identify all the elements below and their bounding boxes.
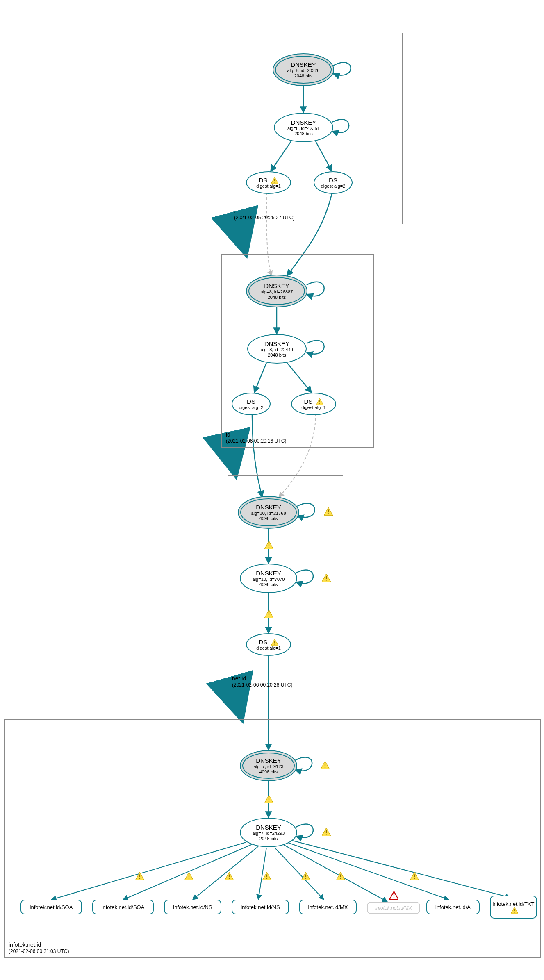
svg-rect-18 [269,798,269,800]
zone-id-label: id (2021-02-06 00:20:16 UTC) [226,431,286,445]
id-ds1-title: DS [304,398,323,405]
rrset-ns2[interactable]: infotek.net.id/NS [232,900,289,914]
root-ksk-line2: 2048 bits [294,73,313,79]
netid-zsk-line1: alg=10, id=7070 [253,577,285,582]
warning-icon [301,872,310,880]
inf-ksk-title: DNSKEY [256,757,281,764]
zone-root-label: . (2021-02-05 20:25:27 UTC) [234,207,294,221]
root-zsk[interactable]: DNSKEY alg=8, id=42351 2048 bits [274,113,333,142]
netid-ksk[interactable]: DNSKEY alg=10, id=21768 4096 bits [238,496,299,529]
id-ds1-sub: digest alg=1 [301,405,326,410]
root-ksk-line1: alg=8, id=20326 [287,68,320,73]
rrset-a[interactable]: infotek.net.id/A [426,900,480,914]
id-ksk-title: DNSKEY [264,282,289,289]
svg-rect-31 [305,878,306,879]
netid-ds1[interactable]: DS digest alg=1 [246,633,291,656]
rrset-txt-label: infotek.net.id/TXT [493,901,535,907]
inf-ksk-line1: alg=7, id=9123 [254,764,284,769]
warning-icon [324,507,333,516]
root-ds1-title: DS [259,177,278,184]
warning-icon [135,872,144,880]
svg-rect-10 [269,543,269,546]
zone-infotek-ts: (2021-02-06 00:31:03 UTC) [9,948,69,955]
root-ds1[interactable]: DS digest alg=1 [246,171,291,194]
root-ksk[interactable]: DNSKEY alg=8, id=20326 2048 bits [273,53,334,86]
inf-zsk-line2: 2048 bits [259,836,278,841]
svg-rect-20 [326,830,327,833]
svg-rect-6 [514,909,515,911]
id-zsk-line2: 2048 bits [268,352,286,358]
svg-rect-23 [139,878,140,879]
zone-netid-label: net.id (2021-02-06 00:20:28 UTC) [232,675,292,689]
zone-infotek-label: infotek.net.id (2021-02-06 00:31:03 UTC) [9,941,69,955]
svg-rect-13 [326,580,327,580]
svg-rect-11 [269,547,269,548]
svg-rect-0 [274,179,275,181]
svg-rect-34 [414,875,415,878]
zone-netid-ts: (2021-02-06 00:20:28 UTC) [232,682,292,689]
netid-ds1-title-text: DS [259,639,267,646]
svg-rect-28 [266,875,267,878]
svg-rect-3 [319,403,320,404]
zone-root-name: . [234,207,294,215]
id-zsk-title: DNSKEY [264,340,290,347]
root-ksk-title: DNSKEY [291,61,316,68]
id-zsk[interactable]: DNSKEY alg=8, id=22449 2048 bits [247,334,307,364]
inf-zsk-line1: alg=7, id=24293 [253,831,285,836]
svg-rect-14 [269,612,269,615]
id-ds1-title-text: DS [304,398,312,405]
id-ksk-line1: alg=8, id=26887 [261,289,293,295]
warning-icon [322,828,331,836]
netid-ksk-line1: alg=10, id=21768 [251,511,286,516]
rrset-mx1[interactable]: infotek.net.id/MX [299,900,357,914]
warning-icon [264,795,273,803]
svg-rect-15 [269,616,269,616]
root-zsk-line2: 2048 bits [294,131,313,136]
id-ds2-title: DS [247,398,255,405]
rrset-ns1[interactable]: infotek.net.id/NS [164,900,221,914]
root-ds2-title: DS [329,177,337,184]
id-ds2[interactable]: DS digest alg=2 [232,393,271,415]
rrset-txt[interactable]: infotek.net.id/TXT [490,896,537,919]
rrset-soa2[interactable]: infotek.net.id/SOA [92,900,154,914]
warning-icon [264,610,273,618]
id-ds1[interactable]: DS digest alg=1 [291,393,336,415]
warning-icon [184,872,193,880]
rrset-mx2[interactable]: infotek.net.id/MX [367,902,420,914]
warning-icon [262,872,271,880]
svg-rect-17 [325,767,325,768]
svg-rect-32 [340,875,341,878]
netid-zsk[interactable]: DNSKEY alg=10, id=7070 4096 bits [240,564,297,593]
netid-ksk-title: DNSKEY [256,504,281,511]
warning-icon [271,639,278,646]
inf-ksk[interactable]: DNSKEY alg=7, id=9123 4096 bits [240,750,297,781]
rrset-soa1[interactable]: infotek.net.id/SOA [20,900,82,914]
netid-ds1-sub: digest alg=1 [256,646,281,651]
id-ksk[interactable]: DNSKEY alg=8, id=26887 2048 bits [246,275,307,307]
warning-icon [336,872,345,880]
svg-rect-35 [414,878,415,879]
svg-rect-22 [139,875,140,878]
svg-rect-9 [328,513,329,514]
svg-rect-29 [266,878,267,879]
zone-infotek-name: infotek.net.id [9,941,69,948]
inf-zsk-title: DNSKEY [256,824,281,831]
warning-icon [316,398,323,405]
error-icon [389,891,398,900]
warning-icon [271,177,278,184]
warning-icon [322,574,331,582]
zone-id-name: id [226,431,286,438]
svg-rect-8 [328,510,329,513]
svg-rect-5 [274,643,275,644]
inf-zsk[interactable]: DNSKEY alg=7, id=24293 2048 bits [240,818,297,847]
root-ds2-sub: digest alg=2 [321,184,346,189]
svg-rect-27 [229,878,230,879]
warning-icon [225,872,234,880]
warning-icon [410,872,419,880]
root-ds2[interactable]: DS digest alg=2 [314,171,353,194]
warning-icon [511,907,518,914]
svg-rect-16 [325,764,325,766]
svg-rect-37 [394,897,394,898]
svg-rect-25 [189,878,189,879]
root-zsk-line1: alg=8, id=42351 [287,126,320,131]
